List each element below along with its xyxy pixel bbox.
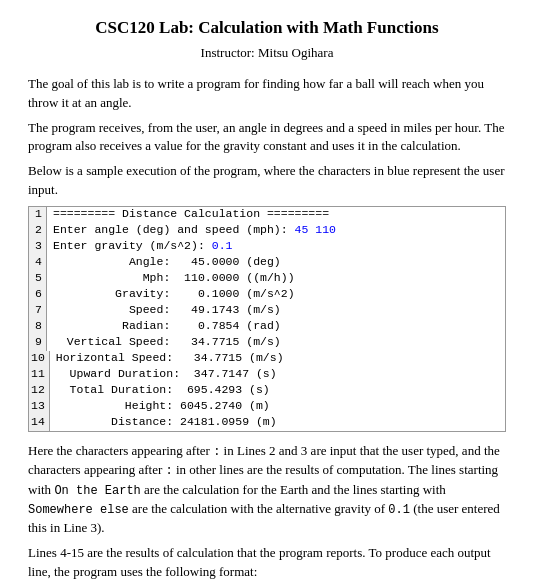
line-number: 13 [29, 399, 50, 415]
line-number: 7 [29, 303, 47, 319]
code-content: Enter gravity (m/s^2): 0.1 [47, 239, 232, 255]
table-row: 3Enter gravity (m/s^2): 0.1 [29, 239, 505, 255]
code-content: Horizontal Speed: 34.7715 (m/s) [50, 351, 284, 367]
table-row: 11 Upward Duration: 347.7147 (s) [29, 367, 505, 383]
line-number: 3 [29, 239, 47, 255]
paragraph-5: Lines 4-15 are the results of calculatio… [28, 544, 506, 582]
line-number: 1 [29, 207, 47, 223]
table-row: 2Enter angle (deg) and speed (mph): 45 1… [29, 223, 505, 239]
line-number: 11 [29, 367, 50, 383]
instructor-label: Instructor: Mitsu Ogihara [28, 44, 506, 63]
code-content: Gravity: 0.1000 (m/s^2) [47, 287, 295, 303]
paragraph-1: The goal of this lab is to write a progr… [28, 75, 506, 113]
code-content: Total Duration: 695.4293 (s) [50, 383, 270, 399]
code-content: ========= Distance Calculation ========= [47, 207, 329, 223]
code-content: Distance: 24181.0959 (m) [50, 415, 277, 431]
line-number: 4 [29, 255, 47, 271]
paragraph-4: Here the characters appearing after : in… [28, 442, 506, 538]
line-number: 8 [29, 319, 47, 335]
table-row: 14 Distance: 24181.0959 (m) [29, 415, 505, 431]
table-row: 7 Speed: 49.1743 (m/s) [29, 303, 505, 319]
page-title: CSC120 Lab: Calculation with Math Functi… [28, 18, 506, 38]
table-row: 6 Gravity: 0.1000 (m/s^2) [29, 287, 505, 303]
code-content: Mph: 110.0000 ((m/h)) [47, 271, 295, 287]
line-number: 12 [29, 383, 50, 399]
line-number: 5 [29, 271, 47, 287]
table-row: 8 Radian: 0.7854 (rad) [29, 319, 505, 335]
code-content: Angle: 45.0000 (deg) [47, 255, 281, 271]
code-content: Radian: 0.7854 (rad) [47, 319, 281, 335]
code-content: Upward Duration: 347.7147 (s) [50, 367, 277, 383]
table-row: 13 Height: 6045.2740 (m) [29, 399, 505, 415]
table-row: 9 Vertical Speed: 34.7715 (m/s) [29, 335, 505, 351]
code-content: Enter angle (deg) and speed (mph): 45 11… [47, 223, 336, 239]
paragraph-3: Below is a sample execution of the progr… [28, 162, 506, 200]
table-row: 1========= Distance Calculation ========… [29, 207, 505, 223]
table-row: 4 Angle: 45.0000 (deg) [29, 255, 505, 271]
line-number: 2 [29, 223, 47, 239]
table-row: 10Horizontal Speed: 34.7715 (m/s) [29, 351, 505, 367]
line-number: 9 [29, 335, 47, 351]
code-content: Height: 6045.2740 (m) [50, 399, 270, 415]
line-number: 14 [29, 415, 50, 431]
line-number: 6 [29, 287, 47, 303]
code-content: Vertical Speed: 34.7715 (m/s) [47, 335, 281, 351]
paragraph-2: The program receives, from the user, an … [28, 119, 506, 157]
table-row: 12 Total Duration: 695.4293 (s) [29, 383, 505, 399]
table-row: 5 Mph: 110.0000 ((m/h)) [29, 271, 505, 287]
line-number: 10 [29, 351, 50, 367]
code-block: 1========= Distance Calculation ========… [28, 206, 506, 432]
code-content: Speed: 49.1743 (m/s) [47, 303, 281, 319]
